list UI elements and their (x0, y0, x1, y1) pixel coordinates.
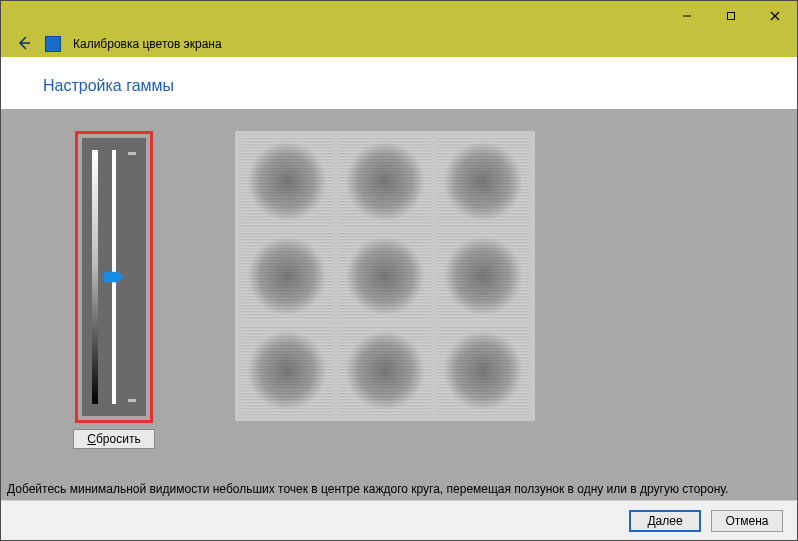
stage: Сбросить (73, 131, 777, 449)
reset-label-rest: бросить (96, 432, 141, 446)
slider-highlight-box (75, 131, 153, 423)
gamma-dot (437, 137, 529, 226)
app-icon (45, 36, 61, 52)
wizard-window: Калибровка цветов экрана Настройка гаммы (0, 0, 798, 541)
gamma-slider[interactable] (82, 138, 146, 416)
maximize-button[interactable] (709, 1, 753, 31)
footer-buttons: Далее Отмена (1, 500, 797, 540)
content-area: Сбросить (1, 109, 797, 476)
slider-tick-bottom (128, 399, 136, 402)
maximize-icon (726, 11, 736, 21)
slider-thumb-icon (104, 272, 124, 283)
gamma-dot (339, 326, 431, 415)
titlebar (1, 1, 797, 31)
gamma-dot (339, 232, 431, 321)
minimize-button[interactable] (665, 1, 709, 31)
gamma-dot (437, 232, 529, 321)
gamma-dot (339, 137, 431, 226)
gamma-dot (241, 326, 333, 415)
next-button[interactable]: Далее (629, 510, 701, 532)
gamma-preview-grid (235, 131, 535, 421)
cancel-button-label: Отмена (725, 514, 768, 528)
cancel-button[interactable]: Отмена (711, 510, 783, 532)
slider-tick-top (128, 152, 136, 155)
instruction-text: Добейтесь минимальной видимости небольши… (1, 476, 797, 500)
minimize-icon (682, 11, 692, 21)
gamma-dot (437, 326, 529, 415)
svg-rect-1 (728, 13, 735, 20)
reset-hotkey-letter: С (87, 432, 96, 446)
heading-area: Настройка гаммы (1, 57, 797, 109)
close-icon (770, 11, 780, 21)
nav-row: Калибровка цветов экрана (1, 31, 797, 57)
window-controls (665, 1, 797, 31)
reset-button[interactable]: Сбросить (73, 429, 155, 449)
gamma-dot (241, 232, 333, 321)
back-button[interactable] (15, 34, 33, 55)
slider-group: Сбросить (73, 131, 155, 449)
gamma-dot (241, 137, 333, 226)
slider-thumb[interactable] (104, 272, 124, 283)
page-heading: Настройка гаммы (43, 77, 797, 95)
window-title: Калибровка цветов экрана (73, 37, 222, 51)
slider-gradient-scale (92, 150, 98, 404)
next-button-label: Далее (647, 514, 682, 528)
close-button[interactable] (753, 1, 797, 31)
back-arrow-icon (15, 34, 33, 52)
